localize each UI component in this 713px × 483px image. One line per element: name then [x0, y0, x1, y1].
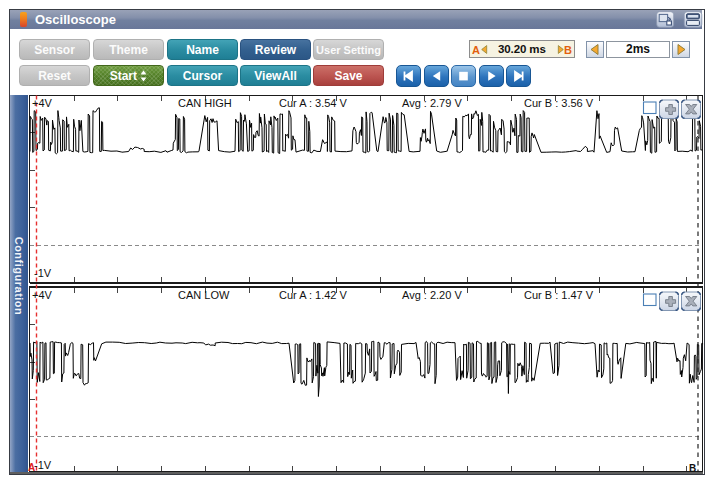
svg-text:B: B [689, 463, 696, 474]
svg-text:CAN LOW: CAN LOW [178, 289, 230, 301]
svg-text:Cur A : 3.54 V: Cur A : 3.54 V [279, 97, 348, 109]
svg-text:-1V: -1V [34, 267, 52, 279]
svg-text:-1V: -1V [34, 459, 52, 471]
svg-text:+4V: +4V [32, 97, 53, 109]
svg-text:Cur B : 1.47 V: Cur B : 1.47 V [524, 289, 594, 301]
svg-text:Cur A : 1.42 V: Cur A : 1.42 V [279, 289, 348, 301]
svg-text:Avg : 2.79 V: Avg : 2.79 V [402, 97, 462, 109]
svg-text:+4V: +4V [32, 289, 53, 301]
svg-text:Avg : 2.20 V: Avg : 2.20 V [402, 289, 462, 301]
svg-text:A: A [28, 462, 35, 473]
svg-text:Cur B : 3.56 V: Cur B : 3.56 V [524, 97, 594, 109]
svg-text:CAN HIGH: CAN HIGH [178, 97, 232, 109]
